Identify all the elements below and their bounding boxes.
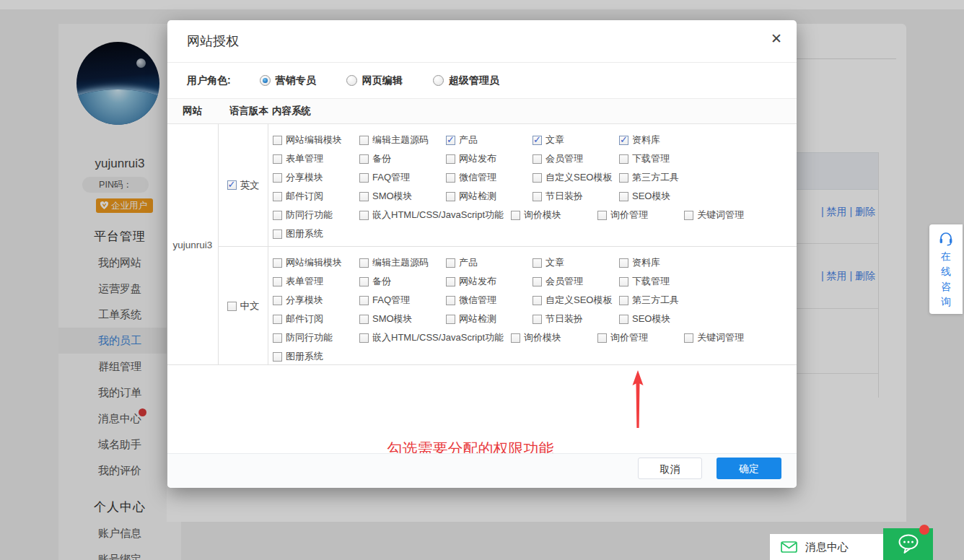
module-option[interactable]: 微信管理	[446, 171, 533, 184]
module-option[interactable]: 询价模块	[511, 331, 597, 344]
module-option[interactable]: 防同行功能	[273, 331, 359, 344]
module-checkbox[interactable]	[273, 296, 282, 305]
role-option-2[interactable]: 超级管理员	[433, 74, 499, 87]
module-option[interactable]: 资料库	[619, 134, 706, 146]
module-checkbox[interactable]	[619, 192, 628, 201]
module-option[interactable]: 图册系统	[273, 227, 359, 240]
close-icon[interactable]: ✕	[771, 32, 782, 45]
module-checkbox[interactable]	[273, 154, 282, 164]
module-option[interactable]: 分享模块	[273, 294, 359, 307]
module-checkbox[interactable]	[359, 333, 369, 343]
module-option[interactable]: FAQ管理	[359, 294, 446, 307]
module-checkbox[interactable]	[359, 211, 369, 220]
module-checkbox[interactable]	[273, 277, 282, 286]
module-option[interactable]: SMO模块	[359, 312, 446, 325]
module-option[interactable]: 编辑主题源码	[359, 256, 446, 269]
module-option[interactable]: 文章	[533, 134, 619, 146]
module-option[interactable]: 网站检测	[446, 190, 533, 203]
module-option[interactable]: 关键词管理	[684, 331, 771, 344]
module-option[interactable]: 自定义SEO模板	[533, 171, 619, 184]
module-option[interactable]: 编辑主题源码	[359, 134, 446, 146]
module-checkbox[interactable]	[511, 333, 520, 343]
module-option[interactable]: 网站编辑模块	[273, 256, 359, 269]
cancel-button[interactable]: 取消	[638, 458, 702, 479]
module-checkbox[interactable]	[684, 211, 693, 220]
module-option[interactable]: 自定义SEO模板	[533, 294, 619, 307]
module-checkbox[interactable]	[597, 333, 607, 343]
module-checkbox[interactable]	[619, 315, 628, 324]
module-checkbox[interactable]	[359, 173, 369, 183]
message-center-bar[interactable]: 消息中心	[770, 534, 883, 560]
module-option[interactable]: SEO模块	[619, 312, 706, 325]
module-checkbox[interactable]	[273, 315, 282, 324]
module-option[interactable]: 分享模块	[273, 171, 359, 184]
module-option[interactable]: 备份	[359, 275, 446, 288]
module-checkbox[interactable]	[511, 211, 520, 220]
module-checkbox[interactable]	[684, 333, 693, 343]
module-checkbox[interactable]	[446, 258, 455, 268]
module-option[interactable]: 第三方工具	[619, 294, 706, 307]
module-checkbox[interactable]	[446, 173, 455, 183]
module-checkbox[interactable]	[619, 154, 628, 164]
module-option[interactable]: 邮件订阅	[273, 190, 359, 203]
module-checkbox[interactable]	[359, 258, 369, 268]
module-checkbox[interactable]	[533, 277, 542, 286]
module-checkbox[interactable]	[533, 296, 542, 305]
module-option[interactable]: 图册系统	[273, 350, 359, 363]
module-checkbox[interactable]	[359, 136, 369, 145]
module-checkbox[interactable]	[533, 154, 542, 164]
module-checkbox[interactable]	[273, 136, 282, 145]
online-consult-button[interactable]: 在线咨询	[929, 224, 963, 314]
module-checkbox[interactable]	[273, 258, 282, 268]
module-checkbox[interactable]	[533, 136, 542, 145]
module-option[interactable]: SMO模块	[359, 190, 446, 203]
radio-icon[interactable]	[433, 75, 444, 86]
module-option[interactable]: 会员管理	[533, 275, 619, 288]
module-option[interactable]: 网站检测	[446, 312, 533, 325]
module-option[interactable]: 询价管理	[597, 331, 684, 344]
module-option[interactable]: FAQ管理	[359, 171, 446, 184]
module-option[interactable]: 下载管理	[619, 152, 706, 165]
module-checkbox[interactable]	[533, 315, 542, 324]
module-checkbox[interactable]	[273, 333, 282, 343]
module-checkbox[interactable]	[273, 192, 282, 201]
module-option[interactable]: 资料库	[619, 256, 706, 269]
module-checkbox[interactable]	[446, 315, 455, 324]
confirm-button[interactable]: 确定	[717, 458, 781, 479]
module-checkbox[interactable]	[619, 136, 628, 145]
module-option[interactable]: 备份	[359, 152, 446, 165]
radio-icon[interactable]	[346, 75, 357, 86]
module-checkbox[interactable]	[273, 352, 282, 362]
radio-icon[interactable]	[260, 75, 271, 86]
module-option[interactable]: 嵌入HTML/CSS/JavaScript功能	[359, 209, 511, 222]
language-checkbox[interactable]	[227, 180, 237, 190]
module-option[interactable]: 网站发布	[446, 275, 533, 288]
language-checkbox[interactable]	[227, 302, 237, 311]
module-option[interactable]: 网站编辑模块	[273, 134, 359, 146]
module-option[interactable]: 询价管理	[597, 209, 684, 222]
module-option[interactable]: 邮件订阅	[273, 312, 359, 325]
role-option-0[interactable]: 营销专员	[260, 74, 316, 87]
module-option[interactable]: 第三方工具	[619, 171, 706, 184]
module-option[interactable]: SEO模块	[619, 190, 706, 203]
module-option[interactable]: 节日装扮	[533, 312, 619, 325]
module-checkbox[interactable]	[619, 173, 628, 183]
module-option[interactable]: 文章	[533, 256, 619, 269]
module-checkbox[interactable]	[359, 277, 369, 286]
module-checkbox[interactable]	[273, 211, 282, 220]
module-checkbox[interactable]	[597, 211, 607, 220]
module-checkbox[interactable]	[533, 173, 542, 183]
module-checkbox[interactable]	[619, 258, 628, 268]
module-option[interactable]: 会员管理	[533, 152, 619, 165]
module-checkbox[interactable]	[359, 154, 369, 164]
module-option[interactable]: 产品	[446, 256, 533, 269]
module-option[interactable]: 防同行功能	[273, 209, 359, 222]
module-checkbox[interactable]	[446, 192, 455, 201]
role-option-1[interactable]: 网页编辑	[346, 74, 403, 87]
module-option[interactable]: 表单管理	[273, 152, 359, 165]
module-checkbox[interactable]	[359, 296, 369, 305]
module-option[interactable]: 表单管理	[273, 275, 359, 288]
module-checkbox[interactable]	[273, 229, 282, 239]
module-checkbox[interactable]	[273, 173, 282, 183]
module-option[interactable]: 询价模块	[511, 209, 597, 222]
